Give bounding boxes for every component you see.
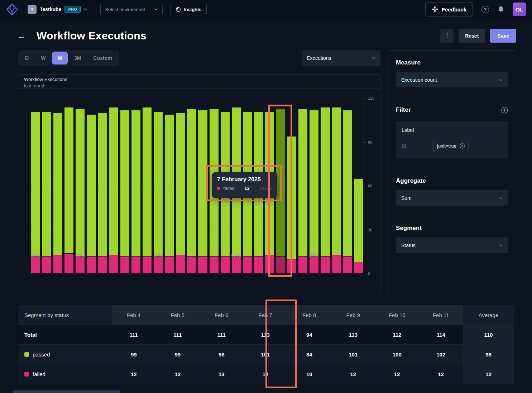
page-title: Workflow Executions: [37, 30, 147, 42]
cell-passed-feb-4: 99: [112, 345, 156, 364]
aggregate-heading: Aggregate: [396, 177, 508, 184]
table-column-header-feb-4: Feb 4: [112, 305, 156, 325]
cell-total-feb-4: 111: [112, 325, 156, 344]
cell-failed-feb-10: 12: [375, 364, 419, 384]
bar-31-01[interactable]: [198, 110, 207, 274]
bar-30-01[interactable]: [187, 109, 196, 274]
reset-button[interactable]: Reset: [459, 29, 485, 43]
bar-07-02[interactable]: [276, 109, 286, 274]
x-tick-10-02: 10/02: [309, 253, 319, 257]
feedback-label: Feedback: [442, 6, 466, 13]
row-label-total: Total: [18, 325, 112, 344]
bar-29-01[interactable]: [176, 113, 185, 274]
more-options-button[interactable]: ⋮: [440, 29, 454, 43]
aggregate-select[interactable]: Sum: [396, 190, 508, 206]
segment-select[interactable]: Status: [396, 238, 508, 253]
cell-total-feb-10: 112: [375, 325, 419, 344]
bar-26-01[interactable]: [142, 107, 152, 274]
bar-22-01[interactable]: [98, 113, 107, 274]
notifications-button[interactable]: [498, 6, 504, 13]
bar-24-01[interactable]: [120, 110, 130, 274]
plan-badge: PRO: [64, 6, 81, 13]
bar-28-01[interactable]: [164, 114, 174, 274]
bar-11-02[interactable]: [320, 107, 330, 274]
chevron-down-icon: [372, 56, 375, 60]
save-button[interactable]: Save: [490, 29, 516, 43]
chart-panel-header: Workflow Executions last month: [18, 75, 380, 89]
table-column-header-average: Average: [463, 305, 514, 325]
y-tick-120: 120: [368, 96, 374, 100]
table-column-header-feb-11: Feb 11: [419, 305, 463, 325]
failed-swatch: [24, 372, 29, 377]
cell-total-feb-7: 113: [244, 325, 288, 344]
cell-total-feb-8: 94: [287, 325, 331, 344]
cell-failed-feb-8: 10: [287, 364, 331, 384]
cell-failed-feb-6: 13: [200, 364, 244, 384]
cell-failed-feb-4: 12: [112, 364, 156, 384]
table-column-header-feb-10: Feb 10: [375, 305, 419, 325]
bar-23-01[interactable]: [109, 107, 119, 274]
x-tick-20-01: 20/01: [76, 253, 86, 257]
y-tick-90: 90: [368, 140, 372, 144]
testkube-logo-icon[interactable]: [6, 3, 18, 15]
table-corner-header: Segment by status: [18, 305, 112, 325]
environment-select[interactable]: Select environment: [100, 4, 162, 15]
bar-17-01[interactable]: [42, 111, 52, 274]
bar-20-01[interactable]: [75, 109, 85, 274]
chevron-down-icon: [499, 78, 503, 82]
top-navigation-bar: T Testkube PRO Select environment Insigh…: [0, 0, 532, 19]
filter-value-chip[interactable]: junit=true: [433, 141, 469, 151]
segment-select-value: Status: [401, 243, 416, 248]
bar-09-02[interactable]: [298, 109, 308, 274]
horizontal-scrollbar[interactable]: [13, 390, 120, 393]
table-column-header-feb-8: Feb 8: [287, 305, 331, 325]
measure-select[interactable]: Execution count: [396, 72, 508, 87]
time-tab-m[interactable]: M: [52, 52, 68, 64]
cell-total-feb-11: 114: [419, 325, 463, 344]
cell-total-feb-9: 113: [331, 325, 375, 344]
back-button[interactable]: ←: [17, 31, 26, 41]
bell-icon: [498, 6, 504, 13]
table-column-header-feb-7: Feb 7: [244, 305, 288, 325]
insights-pie-icon: [176, 7, 181, 12]
user-avatar[interactable]: OL: [513, 3, 526, 16]
x-tick-03-02: 03/02: [231, 253, 241, 257]
time-tab-d[interactable]: D: [19, 52, 34, 64]
table-column-header-feb-5: Feb 5: [156, 305, 200, 325]
time-tab-3m[interactable]: 3M: [68, 52, 87, 64]
cell-passed-feb-6: 98: [200, 345, 244, 364]
tooltip-date: 7 February 2025: [217, 176, 272, 183]
bar-10-02[interactable]: [309, 110, 319, 274]
segment-table: Segment by statusFeb 4Feb 5Feb 6Feb 7Feb…: [18, 305, 514, 384]
remove-chip-icon[interactable]: [460, 143, 465, 149]
org-avatar: T: [28, 5, 37, 14]
bar-13-02[interactable]: [343, 110, 353, 274]
time-tab-custom[interactable]: Custom: [87, 52, 118, 64]
cell-total-feb-6: 111: [200, 325, 244, 344]
y-tick-30: 30: [368, 228, 372, 232]
metric-select[interactable]: Executions: [302, 50, 380, 66]
page-header: ← Workflow Executions ⋮ Reset Save: [0, 26, 532, 45]
bar-16-01[interactable]: [31, 111, 40, 274]
chart-settings-panel: Measure Execution count Filter Label IS …: [388, 50, 516, 296]
bar-18-01[interactable]: [53, 113, 63, 274]
y-tick-60: 60: [368, 184, 372, 188]
bar-21-01[interactable]: [86, 114, 96, 274]
filter-operator: IS: [402, 143, 433, 149]
add-filter-icon[interactable]: [501, 107, 508, 114]
measure-select-value: Execution count: [401, 77, 437, 83]
cell-passed-feb-7: 101: [244, 345, 288, 364]
bar-12-02[interactable]: [332, 107, 341, 274]
insights-label: Insights: [184, 7, 202, 12]
bar-14-02[interactable]: [354, 179, 364, 274]
org-switcher[interactable]: T Testkube PRO: [28, 5, 87, 14]
cell-failed-feb-5: 12: [156, 364, 200, 384]
time-tab-w[interactable]: W: [35, 52, 51, 64]
bar-27-01[interactable]: [153, 111, 163, 274]
insights-button[interactable]: Insights: [171, 4, 207, 15]
feedback-button[interactable]: Feedback: [425, 2, 473, 16]
bar-19-01[interactable]: [64, 107, 74, 274]
question-icon: ?: [481, 6, 489, 13]
help-button[interactable]: ?: [481, 6, 489, 13]
bar-25-01[interactable]: [131, 110, 141, 274]
